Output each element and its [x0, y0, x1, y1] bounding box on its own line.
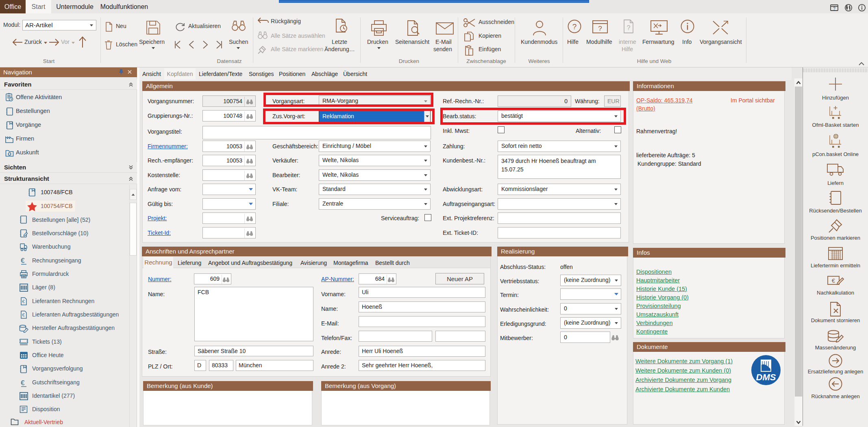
svg-text:€: € [21, 257, 25, 264]
svg-text:€: € [21, 379, 25, 387]
svg-text:?: ? [572, 22, 577, 31]
svg-text:?: ? [627, 24, 631, 31]
svg-text:?: ? [598, 25, 602, 33]
svg-text:DMS: DMS [756, 372, 776, 382]
svg-text:€: € [22, 299, 25, 304]
svg-text:€: € [22, 312, 25, 317]
svg-text:€: € [832, 277, 835, 284]
